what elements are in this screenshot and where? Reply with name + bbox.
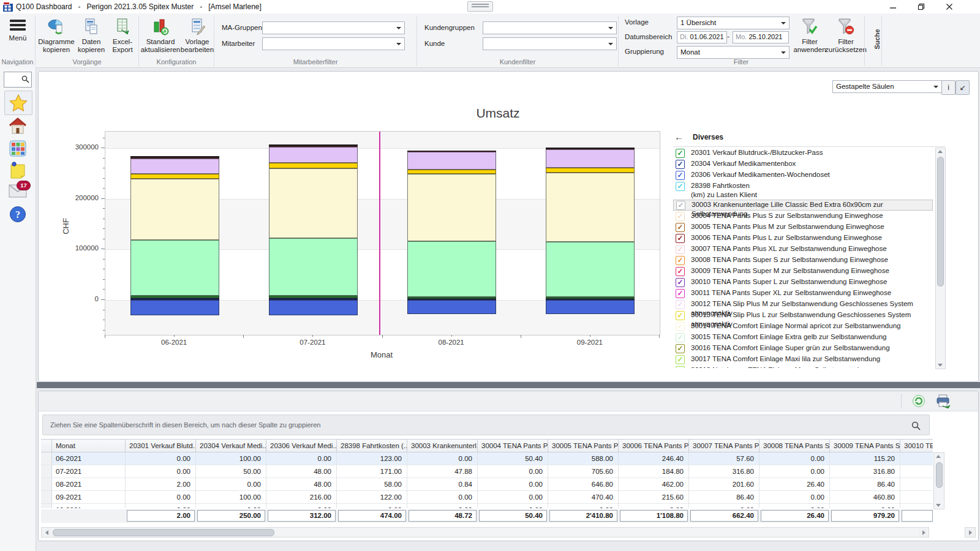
sidebar-item-help[interactable]: ?	[7, 204, 28, 224]
product-list-item[interactable]: ✓30006 TENA Pants Plus L zur Selbstanwen…	[673, 233, 933, 244]
product-checkbox[interactable]: ✓	[676, 223, 685, 232]
sidebar-item-messages[interactable]: 17	[7, 182, 28, 202]
product-list-item[interactable]: ✓30008 TENA Pants Super S zur Selbstanwe…	[673, 255, 933, 266]
product-list-item[interactable]: ✓20304 Verkauf Medikamentenbox	[673, 159, 933, 170]
product-list-item[interactable]: ✓28398 Fahrtkosten (km) zu Lasten Klient	[673, 181, 933, 200]
back-arrow-icon[interactable]: ←	[674, 132, 684, 142]
apply-filter-button[interactable]: Filter anwenden	[794, 17, 826, 54]
horizontal-splitter[interactable]	[37, 382, 980, 388]
column-header[interactable]: 20304 Verkauf Medi...	[196, 439, 266, 452]
minimize-button[interactable]	[882, 0, 904, 13]
excel-export-button[interactable]: Excel-Export	[108, 17, 137, 54]
mitarbeiter-select[interactable]	[262, 37, 405, 50]
date-from-field[interactable]: Di. 01.06.2021	[677, 31, 727, 43]
scroll-down-icon[interactable]	[936, 504, 941, 507]
grid-search-icon[interactable]	[911, 421, 921, 430]
column-header[interactable]: 30010 TE	[900, 439, 933, 452]
column-header[interactable]: 20301 Verkauf Blutd...	[126, 439, 196, 452]
restore-button[interactable]	[910, 0, 932, 13]
column-header[interactable]: 28398 Fahrtkosten (...	[337, 439, 407, 452]
kunde-select[interactable]	[483, 37, 617, 50]
scrollbar-thumb[interactable]	[937, 157, 944, 287]
product-checkbox[interactable]: ✓	[676, 355, 685, 364]
refresh-standard-button[interactable]: Standard aktualisieren	[141, 17, 180, 54]
chart-info-button[interactable]: i	[941, 80, 956, 95]
sidebar-search-input[interactable]	[4, 72, 32, 88]
product-list-item[interactable]: ✓30011 TENA Pants Super XL zur Selbstanw…	[673, 288, 933, 299]
product-list-item[interactable]: ✓30014 TENA Comfort Einlage Normal apric…	[673, 321, 933, 332]
scrollbar-thumb[interactable]	[936, 462, 943, 488]
scrollbar-thumb[interactable]	[53, 529, 274, 536]
chart-type-select[interactable]: Gestapelte Säulen	[832, 80, 942, 93]
product-list-item[interactable]: ✓30009 TENA Pants Super M zur Selbstanwe…	[673, 266, 933, 277]
product-checkbox[interactable]: ✓	[676, 322, 685, 331]
sidebar-item-notes[interactable]	[7, 160, 28, 180]
product-checkbox[interactable]: ✓	[676, 256, 685, 265]
column-header[interactable]: 30003 Krankenunterl...	[407, 439, 478, 452]
product-checkbox[interactable]: ✓	[676, 160, 685, 169]
product-checkbox[interactable]: ✓	[676, 344, 685, 353]
chart-popout-button[interactable]: ↙	[956, 80, 970, 95]
product-checkbox[interactable]: ✓	[676, 300, 685, 309]
product-list-item[interactable]: ✓20306 Verkauf Medikamenten-Wochendoset	[673, 170, 933, 181]
sidebar-item-favorites[interactable]	[4, 91, 32, 115]
column-header[interactable]: 20306 Verkauf Medi...	[266, 439, 337, 452]
product-list-item[interactable]: ✓30005 TENA Pants Plus M zur Selbstanwen…	[673, 222, 933, 233]
product-checkbox[interactable]: ✓	[676, 311, 685, 320]
reset-filter-button[interactable]: Filter zurücksetzen	[827, 17, 865, 54]
copy-data-button[interactable]: Daten kopieren	[76, 17, 107, 54]
product-list-scrollbar[interactable]	[935, 148, 946, 369]
product-checkbox[interactable]: ✓	[676, 201, 685, 210]
product-list-item[interactable]: ✓30018 Netzhosen TENA Fixhose M zur Selb…	[673, 365, 933, 368]
edit-template-button[interactable]: Vorlage bearbeiten	[180, 17, 214, 54]
date-to-field[interactable]: Mo. 25.10.2021	[733, 31, 789, 43]
vorlage-select[interactable]: 1 Übersicht	[677, 17, 790, 29]
window-drag-handle[interactable]	[467, 1, 493, 12]
table-row[interactable]: 10-20210.000.000.000.000.000.000.000.000…	[41, 504, 933, 508]
scroll-right-button[interactable]	[919, 528, 929, 537]
menu-button[interactable]: Menü	[6, 18, 29, 42]
sidebar-item-apps[interactable]	[7, 138, 28, 158]
copy-charts-button[interactable]: Diagramme kopieren	[38, 17, 75, 54]
panel-scroll-right-button[interactable]	[965, 527, 976, 538]
product-list-item[interactable]: ✓30016 TENA Comfort Einlage Super grün z…	[673, 343, 933, 354]
table-row[interactable]: 07-20210.0050.0048.00171.0047.880.00705.…	[41, 465, 933, 478]
print-button[interactable]	[935, 394, 951, 411]
column-header[interactable]: 30005 TENA Pants Pl...	[548, 439, 619, 452]
table-row[interactable]: 06-20210.00100.000.00123.000.0050.40588.…	[41, 452, 933, 465]
column-header[interactable]: Monat	[52, 439, 126, 452]
product-list-item[interactable]: ✓30007 TENA Pants Plus XL zur Selbstanwe…	[673, 244, 933, 255]
product-checkbox[interactable]: ✓	[676, 182, 685, 191]
product-list-item[interactable]: ✓30013 TENA Slip Plus L zur Selbstanwend…	[673, 310, 933, 321]
scroll-left-button[interactable]	[42, 528, 51, 537]
refresh-button[interactable]	[912, 394, 925, 410]
scroll-up-icon[interactable]	[938, 150, 943, 153]
grid-horizontal-scrollbar[interactable]	[41, 527, 929, 538]
grid-vertical-scrollbar[interactable]	[933, 452, 944, 509]
table-row[interactable]: 09-20210.00100.00216.00122.000.000.00470…	[41, 491, 933, 504]
gruppierung-select[interactable]: Monat	[677, 46, 790, 59]
group-by-panel[interactable]: Ziehen Sie eine Spaltenüberschrift in di…	[42, 414, 930, 435]
product-checkbox[interactable]: ✓	[676, 278, 685, 287]
column-header[interactable]: 30007 TENA Pants Pl...	[689, 439, 760, 452]
column-header[interactable]: 30008 TENA Pants S...	[760, 439, 830, 452]
product-list-item[interactable]: ✓30003 Krankenunterlage Lille Classic Be…	[673, 200, 933, 211]
product-checkbox[interactable]: ✓	[676, 289, 685, 298]
product-checkbox[interactable]: ✓	[676, 267, 685, 276]
kundengruppen-select[interactable]	[483, 21, 617, 34]
close-button[interactable]	[938, 0, 960, 13]
column-header[interactable]: 30006 TENA Pants Pl...	[619, 439, 689, 452]
product-list-item[interactable]: ✓30017 TENA Comfort Einlage Maxi lila zu…	[673, 354, 933, 365]
product-list-item[interactable]: ✓30012 TENA Slip Plus M zur Selbstanwend…	[673, 299, 933, 310]
product-checkbox[interactable]: ✓	[676, 245, 685, 254]
product-checkbox[interactable]: ✓	[676, 212, 685, 221]
ma-gruppen-select[interactable]	[262, 21, 405, 34]
product-checkbox[interactable]: ✓	[676, 149, 685, 158]
table-row[interactable]: 08-20212.000.0048.0058.000.840.00646.804…	[41, 478, 933, 491]
column-header[interactable]: 30004 TENA Pants Pl...	[478, 439, 548, 452]
suche-tab[interactable]: Suche	[873, 27, 881, 51]
product-checkbox[interactable]: ✓	[676, 171, 685, 180]
product-checkbox[interactable]: ✓	[676, 234, 685, 243]
scroll-down-icon[interactable]	[938, 364, 943, 367]
product-checkbox[interactable]: ✓	[676, 366, 685, 368]
